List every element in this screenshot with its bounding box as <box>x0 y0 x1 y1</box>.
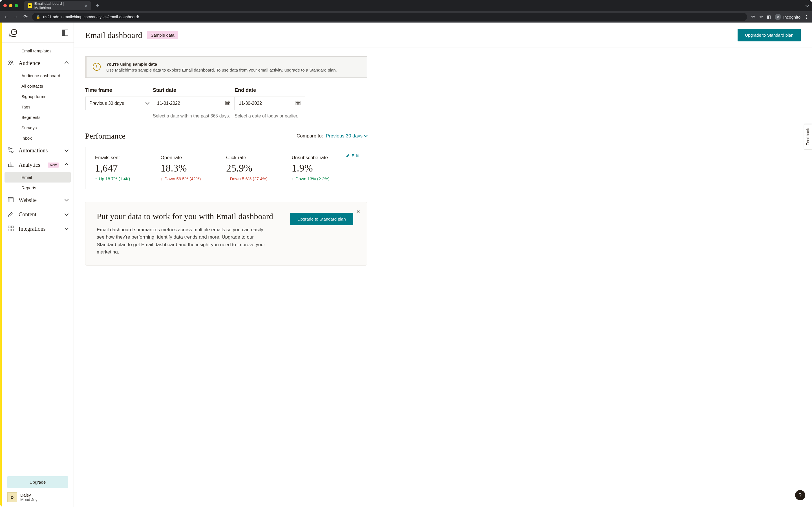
timeframe-select[interactable]: Previous 30 days <box>85 97 153 110</box>
stat-label: Click rate <box>226 155 292 161</box>
svg-point-13 <box>227 103 228 104</box>
tab-title: Email dashboard | Mailchimp <box>35 1 81 10</box>
arrow-up-icon <box>95 176 97 181</box>
edit-metrics-button[interactable]: Edit <box>346 153 359 158</box>
performance-heading: Performance <box>85 131 125 140</box>
feedback-tab[interactable]: Feedback <box>804 124 812 150</box>
sidebar-label: Integrations <box>18 226 61 232</box>
svg-point-1 <box>15 31 16 32</box>
upgrade-plan-button[interactable]: Upgrade to Standard plan <box>738 29 801 41</box>
window-close[interactable] <box>3 4 7 7</box>
sidebar-item-email-templates[interactable]: Email templates <box>2 46 73 56</box>
sidebar-item-all-contacts[interactable]: All contacts <box>2 81 73 91</box>
stat-delta: Down 5.6% (27.4%) <box>226 176 292 181</box>
window-minimize[interactable] <box>9 4 12 7</box>
stat-unsubscribe-rate: Unsubscribe rate 1.9% Down 13% (2.2%) <box>292 155 357 181</box>
eye-off-icon[interactable]: 👁 <box>751 15 755 19</box>
chevron-up-icon <box>65 61 68 66</box>
stat-delta: Down 56.5% (42%) <box>161 176 226 181</box>
bookmark-star-icon[interactable]: ☆ <box>759 14 763 19</box>
sidebar-label: Audience <box>18 60 61 66</box>
back-button[interactable]: ← <box>3 14 9 20</box>
help-fab[interactable]: ? <box>795 490 805 500</box>
sidebar-item-automations[interactable]: Automations <box>2 144 73 158</box>
sidebar-item-inbox[interactable]: Inbox <box>2 133 73 144</box>
lock-icon: 🔒 <box>36 15 40 19</box>
notice-title: You're using sample data <box>106 62 337 66</box>
grid-icon <box>7 225 14 233</box>
bar-chart-icon <box>7 161 14 169</box>
arrow-down-icon <box>226 176 229 181</box>
svg-rect-9 <box>8 229 10 231</box>
address-bar[interactable]: 🔒 us21.admin.mailchimp.com/analytics/ema… <box>32 13 747 21</box>
svg-rect-8 <box>11 226 13 228</box>
sidebar-item-email[interactable]: Email <box>4 172 71 182</box>
people-icon <box>7 59 14 67</box>
panel-icon[interactable]: ◧ <box>767 14 771 19</box>
start-date-label: Start date <box>153 87 235 93</box>
svg-point-22 <box>297 104 297 105</box>
avatar: D <box>7 492 17 502</box>
sidebar-item-segments[interactable]: Segments <box>2 112 73 122</box>
kebab-menu-icon[interactable]: ⋮ <box>804 14 809 19</box>
start-date-input[interactable]: 11-01-2022 <box>153 97 235 110</box>
performance-card: Edit Emails sent 1,647 Up 18.7% (1.4K) O… <box>85 147 367 189</box>
compare-select[interactable]: Previous 30 days <box>326 133 367 139</box>
svg-point-21 <box>299 103 299 104</box>
brush-icon <box>7 211 14 218</box>
browser-tabbar: ✦ Email dashboard | Mailchimp × + <box>0 0 812 11</box>
end-date-value: 11-30-2022 <box>239 101 262 106</box>
sidebar-label: Content <box>18 211 61 218</box>
svg-point-15 <box>227 104 227 105</box>
sidebar-collapse-icon[interactable] <box>62 30 68 36</box>
stat-emails-sent: Emails sent 1,647 Up 18.7% (1.4K) <box>95 155 161 181</box>
stat-value: 1.9% <box>292 162 357 174</box>
chevron-up-icon <box>65 163 68 167</box>
sidebar-item-integrations[interactable]: Integrations <box>2 222 73 236</box>
svg-point-23 <box>298 104 298 105</box>
sidebar-item-tags[interactable]: Tags <box>2 102 73 112</box>
new-tab-button[interactable]: + <box>94 3 101 9</box>
svg-point-12 <box>227 103 227 104</box>
incognito-label: Incognito <box>783 15 801 19</box>
mailchimp-logo-icon[interactable] <box>7 27 18 38</box>
user-menu[interactable]: D Daisy Mood Joy <box>2 492 73 507</box>
svg-point-3 <box>11 61 13 62</box>
start-date-value: 11-01-2022 <box>157 101 180 106</box>
sidebar-item-audience-dashboard[interactable]: Audience dashboard <box>2 70 73 81</box>
promo-title: Put your data to work for you with Email… <box>97 212 273 221</box>
tabs-overflow-icon[interactable] <box>806 3 809 8</box>
stat-delta: Down 13% (2.2%) <box>292 176 357 181</box>
forward-button[interactable]: → <box>13 14 18 20</box>
sidebar-item-audience[interactable]: Audience <box>2 56 73 70</box>
chevron-down-icon <box>65 149 68 153</box>
browser-tab[interactable]: ✦ Email dashboard | Mailchimp × <box>24 1 91 10</box>
sidebar-item-surveys[interactable]: Surveys <box>2 122 73 133</box>
svg-point-19 <box>297 103 297 104</box>
sidebar-item-website[interactable]: Website <box>2 193 73 207</box>
svg-point-16 <box>227 104 228 105</box>
automation-icon <box>7 147 14 154</box>
sidebar-item-analytics[interactable]: Analytics New <box>2 158 73 172</box>
sidebar-label: Automations <box>18 147 61 154</box>
stat-delta: Up 18.7% (1.4K) <box>95 176 161 181</box>
stat-label: Emails sent <box>95 155 161 161</box>
sample-data-notice: ! You're using sample data Use Mailchimp… <box>85 56 367 78</box>
sidebar-upgrade-button[interactable]: Upgrade <box>7 476 68 488</box>
edit-label: Edit <box>352 153 359 158</box>
sidebar-item-content[interactable]: Content <box>2 207 73 222</box>
sidebar-item-reports[interactable]: Reports <box>2 182 73 193</box>
sidebar-item-signup-forms[interactable]: Signup forms <box>2 91 73 102</box>
window-zoom[interactable] <box>15 4 18 7</box>
compare-label: Compare to: <box>297 133 323 139</box>
reload-button[interactable]: ⟳ <box>22 14 28 20</box>
favicon-icon: ✦ <box>28 3 32 8</box>
end-date-input[interactable]: 11-30-2022 <box>235 97 305 110</box>
incognito-indicator[interactable]: ⌀ Incognito <box>775 14 801 20</box>
close-icon[interactable]: × <box>356 208 360 216</box>
promo-upgrade-button[interactable]: Upgrade to Standard plan <box>290 213 353 225</box>
sidebar-label: Analytics <box>18 162 43 168</box>
tab-close-icon[interactable]: × <box>85 3 87 8</box>
svg-rect-7 <box>8 226 10 228</box>
end-date-label: End date <box>235 87 305 93</box>
